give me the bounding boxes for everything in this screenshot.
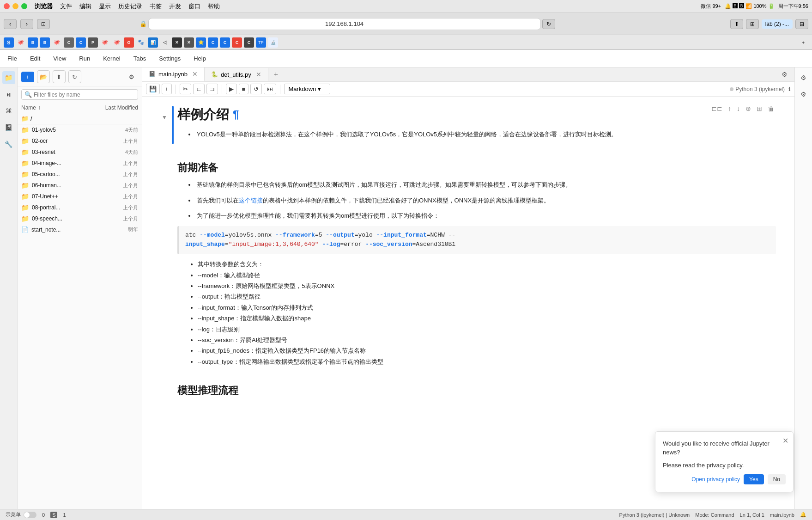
menu-jupyter-tabs[interactable]: Tabs <box>132 53 148 64</box>
menu-jupyter-run[interactable]: Run <box>77 53 92 64</box>
right-settings-icon-2[interactable]: ⚙ <box>797 88 810 101</box>
ext-g[interactable]: G <box>124 37 134 48</box>
restart-run-button[interactable]: ⏭ <box>264 84 276 94</box>
paste-button[interactable]: ⊐ <box>206 84 218 94</box>
cell-1-content[interactable]: 样例介绍 ¶ YOLOv5是一种单阶段目标检测算法，在这个样例中，我们选取了YO… <box>177 106 776 144</box>
open-folder-button[interactable]: 📂 <box>37 70 50 83</box>
onnx-link[interactable]: 这个链接 <box>239 197 263 204</box>
menu-jupyter-view[interactable]: View <box>51 53 68 64</box>
copy-cell-button[interactable]: ⊏⊏ <box>709 104 724 113</box>
maximize-button[interactable] <box>21 3 27 9</box>
modified-column-header[interactable]: Last Modified <box>101 104 138 111</box>
extensions-icon[interactable]: 🔧 <box>2 138 15 151</box>
ext-b2[interactable]: B <box>40 37 50 48</box>
upload-button[interactable]: ⬆ <box>53 70 66 83</box>
filter-icon[interactable]: ⚙ <box>129 73 134 80</box>
name-column-header[interactable]: Name ↑ <box>21 104 101 111</box>
menu-help[interactable]: 帮助 <box>208 2 220 11</box>
ext-github3[interactable]: 🐙 <box>100 37 110 48</box>
cell-3-content[interactable]: 模型推理流程 <box>177 376 776 402</box>
kernel-info-icon[interactable]: ℹ <box>788 86 791 92</box>
ext-b1[interactable]: B <box>28 37 38 48</box>
menu-jupyter-kernel[interactable]: Kernel <box>101 53 122 64</box>
notification-yes-button[interactable]: Yes <box>744 474 764 484</box>
list-item[interactable]: 📁06-human...上个月 <box>18 180 142 191</box>
list-item[interactable]: 📁03-resnet4天前 <box>18 147 142 158</box>
traffic-lights[interactable] <box>4 3 27 9</box>
minimize-button[interactable] <box>12 3 18 9</box>
menu-bookmarks[interactable]: 书签 <box>150 2 162 11</box>
ext-c5[interactable]: C <box>232 37 242 48</box>
files-icon[interactable]: 📁 <box>2 71 15 84</box>
forward-button[interactable]: › <box>20 19 33 29</box>
refresh-button[interactable]: ↻ <box>68 70 81 83</box>
ext-c4[interactable]: C <box>220 37 230 48</box>
privacy-policy-link[interactable]: Open privacy policy <box>691 476 740 483</box>
ext-c2[interactable]: C <box>76 37 86 48</box>
menu-develop[interactable]: 开发 <box>169 2 181 11</box>
menu-jupyter-help[interactable]: Help <box>192 53 208 64</box>
reload-button[interactable]: ↻ <box>542 19 555 29</box>
notification-close-button[interactable]: ✕ <box>782 436 788 445</box>
ext-github4[interactable]: 🐙 <box>112 37 122 48</box>
back-button[interactable]: ‹ <box>4 19 17 29</box>
list-item[interactable]: 📁09-speech...上个月 <box>18 213 142 224</box>
list-item[interactable]: 📁02-ocr上个月 <box>18 135 142 147</box>
tab-main-close[interactable]: ✕ <box>192 70 198 78</box>
ext-c1[interactable]: C <box>64 37 74 48</box>
menu-jupyter-edit[interactable]: Edit <box>28 53 42 64</box>
search-input[interactable] <box>34 92 135 98</box>
list-item[interactable]: 📁04-image-...上个月 <box>18 158 142 169</box>
ext-lab[interactable]: 🔬 <box>268 37 278 48</box>
commands-icon[interactable]: ⌘ <box>2 104 15 117</box>
show-menu-toggle[interactable]: 示菜单 <box>6 511 36 518</box>
cut-button[interactable]: ✂ <box>180 84 191 94</box>
notification-bell-icon[interactable]: 🔔 <box>800 512 806 518</box>
align-button[interactable]: ⊞ <box>755 104 764 113</box>
tab-det-close[interactable]: ✕ <box>256 71 261 78</box>
menu-history[interactable]: 历史记录 <box>118 2 142 11</box>
move-up-button[interactable]: ↑ <box>726 104 733 113</box>
move-down-button[interactable]: ↓ <box>735 104 742 113</box>
cell-type-dropdown[interactable]: Markdown ▾ <box>284 84 330 94</box>
menu-window[interactable]: 窗口 <box>188 2 200 11</box>
address-bar[interactable]: 192.168.1.104 <box>148 18 541 30</box>
menu-view[interactable]: 显示 <box>99 2 111 11</box>
add-cell-button[interactable]: + <box>162 84 172 94</box>
ext-c6[interactable]: C <box>244 37 254 48</box>
save-button[interactable]: 💾 <box>146 84 160 94</box>
running-icon[interactable]: ⏯ <box>2 88 15 101</box>
menu-jupyter-file[interactable]: File <box>6 53 19 64</box>
menu-file[interactable]: 文件 <box>60 2 72 11</box>
cell-2-content[interactable]: 前期准备 基础镜像的样例目录中已包含转换后的om模型以及测试图片，如果直接运行，… <box>177 153 776 367</box>
copy-button[interactable]: ⊏ <box>193 84 205 94</box>
share-button[interactable]: ⬆ <box>730 19 743 29</box>
add-tab-button[interactable]: + <box>268 67 284 81</box>
stop-button[interactable]: ■ <box>239 84 249 94</box>
restart-button[interactable]: ↺ <box>250 84 262 94</box>
notebook-icon[interactable]: 📓 <box>2 121 15 134</box>
new-tab-button[interactable]: ⊞ <box>746 19 759 29</box>
list-item[interactable]: 📁05-cartoo...上个月 <box>18 169 142 180</box>
list-item[interactable]: 📁08-portrai...上个月 <box>18 202 142 213</box>
menu-edit[interactable]: 编辑 <box>79 2 91 11</box>
ext-c3[interactable]: C <box>208 37 218 48</box>
delete-cell-button[interactable]: 🗑 <box>766 104 776 113</box>
ext-tp[interactable]: TP <box>256 37 266 48</box>
tab-det-utils-py[interactable]: 🐍 det_utils.py ✕ <box>205 68 268 81</box>
insert-button[interactable]: ⊕ <box>744 104 753 113</box>
ext-x2[interactable]: ✕ <box>184 37 194 48</box>
root-directory[interactable]: 📁 / <box>18 113 142 124</box>
right-settings-icon[interactable]: ⚙ <box>797 71 810 84</box>
run-button[interactable]: ▶ <box>226 84 237 94</box>
close-button[interactable] <box>4 3 10 9</box>
ext-star[interactable]: ⭐ <box>196 37 206 48</box>
active-tab-label[interactable]: lab (2) -... <box>762 19 793 29</box>
ext-paw[interactable]: 🐾 <box>136 37 146 48</box>
tab-main-ipynb[interactable]: 📓 main.ipynb ✕ <box>142 67 205 81</box>
sidebar-toggle[interactable]: ⊟ <box>795 19 808 29</box>
new-launcher-button[interactable]: + <box>21 72 34 82</box>
ext-p[interactable]: P <box>88 37 98 48</box>
menu-jupyter-settings[interactable]: Settings <box>157 53 182 64</box>
ext-x1[interactable]: ✕ <box>172 37 182 48</box>
